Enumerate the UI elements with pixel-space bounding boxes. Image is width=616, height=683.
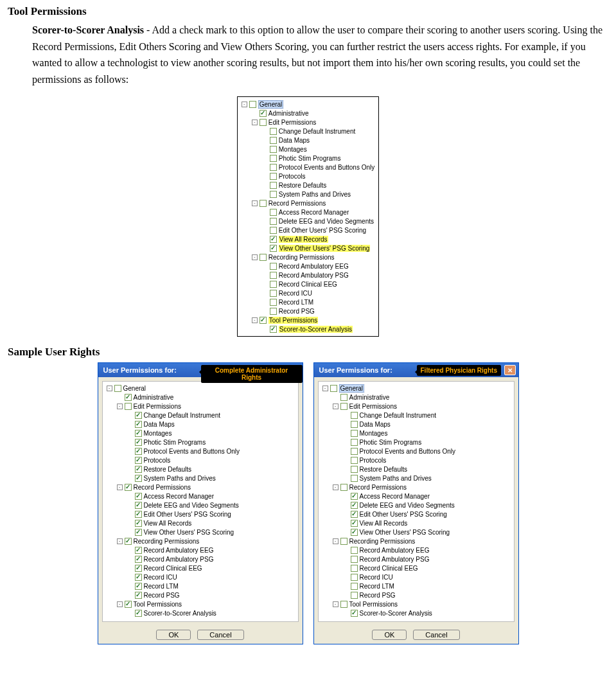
checkbox[interactable] [135, 565, 142, 572]
checkbox[interactable] [270, 146, 277, 153]
expander-icon[interactable]: - [333, 404, 339, 409]
tree-item-edit_permissions[interactable]: -Edit Permissions [240, 118, 375, 127]
tree-item-record_icu[interactable]: Record ICU [321, 572, 511, 581]
checkbox[interactable] [270, 182, 277, 189]
checkbox[interactable] [351, 610, 358, 617]
checkbox[interactable] [135, 448, 142, 455]
checkbox[interactable] [351, 475, 358, 482]
checkbox[interactable] [270, 236, 277, 243]
checkbox[interactable] [135, 439, 142, 446]
checkbox[interactable] [260, 254, 267, 261]
checkbox[interactable] [270, 272, 277, 279]
checkbox[interactable] [270, 299, 277, 306]
tree-item-record_ambulatory_eeg[interactable]: Record Ambulatory EEG [105, 546, 295, 554]
checkbox[interactable] [351, 493, 358, 500]
tree-item-tool_permissions[interactable]: -Tool Permissions [321, 599, 511, 608]
tree-item-general[interactable]: -General [105, 384, 295, 393]
checkbox[interactable] [135, 412, 142, 419]
checkbox[interactable] [351, 520, 358, 527]
checkbox[interactable] [135, 493, 142, 500]
checkbox[interactable] [270, 155, 277, 162]
tree-item-protocol_events_buttons[interactable]: Protocol Events and Buttons Only [240, 163, 375, 172]
tree-item-record_clinical_eeg[interactable]: Record Clinical EEG [240, 279, 375, 288]
tree-item-record_permissions[interactable]: -Record Permissions [105, 483, 295, 492]
checkbox[interactable] [340, 403, 348, 410]
checkbox[interactable] [125, 484, 132, 491]
checkbox[interactable] [260, 119, 267, 126]
checkbox[interactable] [114, 385, 121, 392]
tree-item-view_other_psg[interactable]: View Other Users' PSG Scoring [321, 528, 511, 537]
ok-button[interactable]: OK [372, 630, 407, 640]
checkbox[interactable] [135, 475, 142, 482]
tree-item-restore_defaults[interactable]: Restore Defaults [240, 181, 375, 190]
checkbox[interactable] [125, 403, 132, 410]
tree-item-photic_stim_programs[interactable]: Photic Stim Programs [240, 154, 375, 163]
tree-item-general[interactable]: -General [321, 384, 511, 393]
checkbox[interactable] [270, 209, 277, 216]
expander-icon[interactable]: - [252, 317, 258, 323]
expander-icon[interactable]: - [117, 404, 123, 409]
checkbox[interactable] [351, 421, 358, 428]
checkbox[interactable] [135, 457, 142, 464]
checkbox[interactable] [260, 110, 267, 117]
checkbox[interactable] [135, 511, 142, 518]
expander-icon[interactable]: - [333, 484, 339, 490]
checkbox[interactable] [260, 200, 267, 207]
expander-icon[interactable]: - [252, 254, 258, 260]
tree-item-recording_permissions[interactable]: -Recording Permissions [105, 537, 295, 546]
tree-item-change_default_instrument[interactable]: Change Default Instrument [105, 411, 295, 420]
checkbox[interactable] [135, 430, 142, 437]
tree-item-view_other_psg[interactable]: View Other Users' PSG Scoring [240, 244, 375, 253]
checkbox[interactable] [351, 502, 358, 509]
ok-button[interactable]: OK [156, 630, 191, 640]
expander-icon[interactable]: - [117, 484, 123, 490]
tree-item-scorer_to_scorer[interactable]: Scorer-to-Scorer Analysis [105, 608, 295, 617]
close-icon[interactable]: ✕ [504, 365, 516, 375]
expander-icon[interactable]: - [322, 386, 328, 391]
checkbox[interactable] [270, 263, 277, 270]
expander-icon[interactable]: - [252, 200, 258, 206]
tree-item-access_record_manager[interactable]: Access Record Manager [105, 492, 295, 501]
tree-item-montages[interactable]: Montages [240, 145, 375, 154]
tree-item-montages[interactable]: Montages [105, 429, 295, 438]
tree-item-system_paths_drives[interactable]: System Paths and Drives [321, 474, 511, 483]
tree-item-record_ambulatory_eeg[interactable]: Record Ambulatory EEG [240, 262, 375, 271]
tree-item-scorer_to_scorer[interactable]: Scorer-to-Scorer Analysis [321, 608, 511, 617]
tree-item-delete_eeg_video[interactable]: Delete EEG and Video Segments [105, 501, 295, 510]
tree-item-restore_defaults[interactable]: Restore Defaults [321, 465, 511, 474]
tree-item-record_ambulatory_psg[interactable]: Record Ambulatory PSG [105, 554, 295, 563]
checkbox[interactable] [351, 430, 358, 437]
checkbox[interactable] [351, 592, 358, 599]
tree-item-view_all_records[interactable]: View All Records [321, 519, 511, 528]
checkbox[interactable] [351, 547, 358, 554]
checkbox[interactable] [270, 308, 277, 315]
checkbox[interactable] [260, 317, 267, 324]
tree-item-tool_permissions[interactable]: -Tool Permissions [240, 315, 375, 324]
tree-item-data_maps[interactable]: Data Maps [240, 136, 375, 145]
tree-item-record_ltm[interactable]: Record LTM [105, 581, 295, 590]
tree-item-recording_permissions[interactable]: -Recording Permissions [240, 253, 375, 262]
tree-item-administrative[interactable]: Administrative [240, 109, 375, 118]
tree-item-protocol_events_buttons[interactable]: Protocol Events and Buttons Only [321, 447, 511, 456]
tree-item-protocols[interactable]: Protocols [321, 456, 511, 465]
checkbox[interactable] [330, 385, 337, 392]
tree-item-record_ltm[interactable]: Record LTM [321, 581, 511, 590]
tree-item-system_paths_drives[interactable]: System Paths and Drives [240, 190, 375, 199]
checkbox[interactable] [351, 439, 358, 446]
expander-icon[interactable]: - [333, 601, 339, 607]
expander-icon[interactable]: - [252, 120, 258, 125]
expander-icon[interactable]: - [107, 386, 112, 391]
tree-item-record_psg[interactable]: Record PSG [105, 590, 295, 599]
tree-item-edit_permissions[interactable]: -Edit Permissions [105, 402, 295, 411]
tree-item-restore_defaults[interactable]: Restore Defaults [105, 465, 295, 474]
tree-item-photic_stim_programs[interactable]: Photic Stim Programs [321, 438, 511, 447]
tree-item-view_all_records[interactable]: View All Records [240, 235, 375, 244]
checkbox[interactable] [125, 394, 132, 401]
expander-icon[interactable]: - [117, 601, 123, 607]
checkbox[interactable] [125, 601, 132, 608]
checkbox[interactable] [270, 128, 277, 135]
tree-item-view_all_records[interactable]: View All Records [105, 519, 295, 528]
checkbox[interactable] [270, 281, 277, 288]
tree-item-record_ambulatory_psg[interactable]: Record Ambulatory PSG [240, 271, 375, 279]
checkbox[interactable] [270, 245, 277, 252]
